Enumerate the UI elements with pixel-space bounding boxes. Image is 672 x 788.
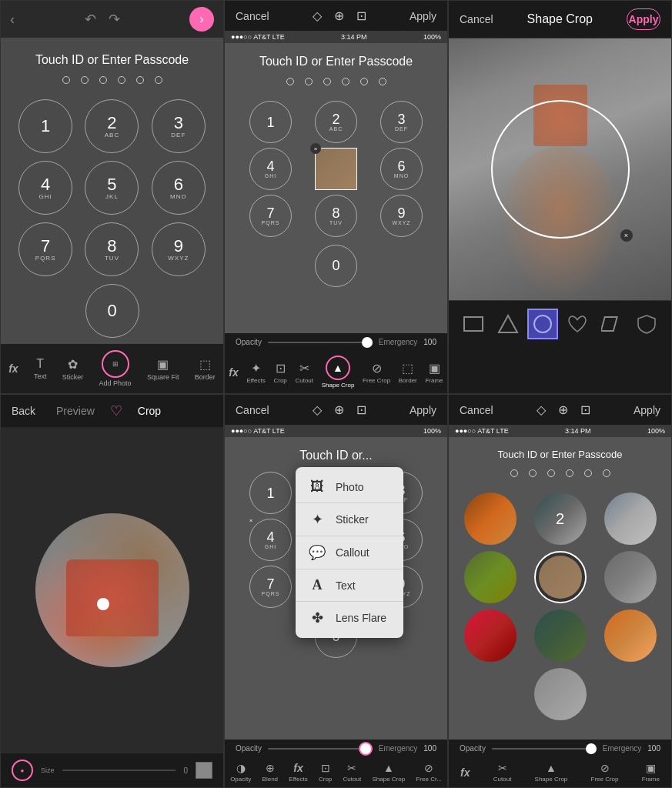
ck5-handle[interactable] [580, 597, 587, 603]
ck-photo-1[interactable] [464, 492, 517, 545]
square-fit-tool[interactable]: ▣ Square Fit [147, 357, 179, 381]
p5-slider-thumb-pink[interactable] [359, 742, 373, 756]
ck-photo-8[interactable] [534, 609, 587, 662]
opacity-thumb[interactable] [362, 337, 373, 348]
p5key-1[interactable]: 1 [249, 472, 292, 514]
key-1[interactable]: 1 [18, 99, 72, 153]
key-6[interactable]: 6MNO [152, 161, 206, 215]
size-thumb[interactable]: ● [12, 760, 33, 781]
p6-plus-icon[interactable]: ⊕ [558, 402, 568, 417]
sticker-tool[interactable]: ✿ Sticker [62, 357, 84, 381]
ck-photo-3[interactable] [604, 492, 657, 545]
crop-tool[interactable]: ⊡ Crop [273, 361, 286, 384]
cancel-button[interactable]: Cancel [236, 10, 269, 22]
ck-photo-4[interactable]: × [464, 551, 517, 603]
p5-opacity-slider[interactable] [268, 748, 373, 750]
effects-tool[interactable]: ✦ Effects [246, 361, 265, 384]
ck5-close[interactable]: × [534, 551, 540, 557]
p6-diamond-icon[interactable]: ◇ [537, 402, 546, 417]
ck-photo-6[interactable] [604, 551, 657, 603]
ck-photo-7[interactable] [464, 609, 517, 662]
circle-crop-overlay[interactable]: × [491, 100, 630, 239]
p5-blend-tool[interactable]: ⊕ Blend [262, 762, 278, 783]
key-4[interactable]: 4GHI [18, 161, 72, 215]
key-3[interactable]: 3DEF [152, 99, 206, 153]
p5-diamond-icon[interactable]: ◇ [313, 402, 322, 417]
menu-photo[interactable]: 🖼 Photo [296, 471, 403, 503]
p6-fx-tool[interactable]: fx [460, 766, 470, 779]
heart-icon-btn[interactable]: ♡ [110, 402, 122, 419]
menu-text[interactable]: A Text [296, 569, 403, 602]
key-8[interactable]: 8TUV [85, 222, 139, 276]
key-2[interactable]: 2ABC [85, 99, 139, 153]
frame-tool[interactable]: ▣ Frame [425, 361, 443, 384]
pkey-8[interactable]: 8TUV [315, 195, 357, 237]
p6-apply[interactable]: Apply [634, 404, 660, 416]
key-5[interactable]: 5JKL [85, 161, 139, 215]
ck-photo-9[interactable] [604, 609, 657, 662]
p5-crop-tool[interactable]: ⊡ Crop [319, 762, 332, 783]
photo-overlay-container[interactable]: × [315, 148, 357, 190]
opacity-slider[interactable] [268, 342, 373, 343]
pkey-4[interactable]: 4GHI [249, 148, 292, 190]
back-button[interactable]: Back [12, 405, 35, 417]
p5-cutout-tool[interactable]: ✂ Cutout [343, 762, 362, 783]
p6-cutout-tool[interactable]: ✂ Cutout [493, 762, 512, 783]
diamond-icon[interactable]: ◇ [313, 8, 322, 23]
p5-apply[interactable]: Apply [410, 404, 436, 416]
p5key-7[interactable]: 7PQRS [249, 566, 292, 608]
fx-tool[interactable]: fx [8, 362, 18, 375]
shape-crop-apply[interactable]: Apply [627, 8, 660, 30]
back-icon[interactable]: ‹ [10, 12, 15, 28]
shape-rectangle[interactable] [458, 309, 489, 339]
circle-close-btn[interactable]: × [620, 229, 633, 242]
shape-crop-cancel[interactable]: Cancel [460, 13, 493, 25]
forward-button[interactable]: › [189, 7, 214, 32]
p5-plus-icon[interactable]: ⊕ [334, 402, 344, 417]
shape-parallelogram[interactable] [597, 309, 627, 339]
key-7[interactable]: 7PQRS [18, 222, 72, 276]
add-photo-tool[interactable]: ⊞ Add Photo [99, 350, 132, 387]
p6-slider-thumb[interactable] [586, 743, 597, 754]
fx-tool-2[interactable]: fx [229, 366, 238, 379]
p5-effects-tool[interactable]: fx Effects [289, 762, 307, 783]
p6-freecrop-tool[interactable]: ⊘ Free Crop [591, 762, 619, 783]
shape-circle[interactable] [527, 309, 558, 339]
ck-photo-2[interactable]: 2 [534, 492, 587, 545]
undo-icon[interactable]: ↶ [85, 11, 96, 28]
menu-callout[interactable]: 💬 Callout [296, 536, 403, 569]
p5-freecrop-tool[interactable]: ⊘ Free Cr... [416, 762, 441, 783]
shape-triangle[interactable] [493, 309, 523, 339]
pkey-3[interactable]: 3DEF [380, 101, 423, 143]
apply-button[interactable]: Apply [410, 10, 436, 22]
p5-shapecrop-tool[interactable]: ▲ Shape Crop [372, 762, 405, 783]
text-tool[interactable]: T Text [34, 357, 47, 380]
pkey-7[interactable]: 7PQRS [249, 195, 292, 237]
overlay-close-btn[interactable]: × [310, 143, 321, 154]
ck4-close[interactable]: × [464, 551, 469, 556]
border-tool[interactable]: ⬚ Border [195, 357, 216, 381]
key-9[interactable]: 9WXYZ [152, 222, 206, 276]
p6-layout-icon[interactable]: ⊡ [580, 402, 590, 417]
layout-icon[interactable]: ⊡ [356, 8, 366, 23]
tab-preview[interactable]: Preview [56, 405, 95, 417]
menu-sticker[interactable]: ✦ Sticker [296, 503, 403, 536]
p5-opacity-tool[interactable]: ◑ Opacity [230, 762, 251, 783]
shape-heart[interactable] [562, 309, 593, 339]
p5-layout-icon[interactable]: ⊡ [356, 402, 366, 417]
shape-shield[interactable] [631, 309, 662, 339]
cutout-tool[interactable]: ✂ Cutout [295, 361, 313, 384]
key-0[interactable]: 0 [85, 284, 139, 338]
p6-cancel[interactable]: Cancel [460, 404, 493, 416]
plus-icon[interactable]: ⊕ [334, 8, 344, 23]
pkey-6[interactable]: 6MNO [380, 148, 423, 190]
redo-icon[interactable]: ↷ [109, 11, 120, 28]
p5-cancel[interactable]: Cancel [236, 404, 269, 416]
ck-photo-5-selected[interactable]: × [534, 551, 587, 603]
border-tool-2[interactable]: ⬚ Border [399, 361, 417, 384]
size-slider[interactable] [62, 770, 176, 771]
pkey-2[interactable]: 2ABC [315, 101, 357, 143]
p6-frame-tool[interactable]: ▣ Frame [642, 762, 660, 783]
shape-crop-tool[interactable]: ▲ Shape Crop [322, 356, 355, 389]
pkey-9[interactable]: 9WXYZ [380, 195, 423, 237]
